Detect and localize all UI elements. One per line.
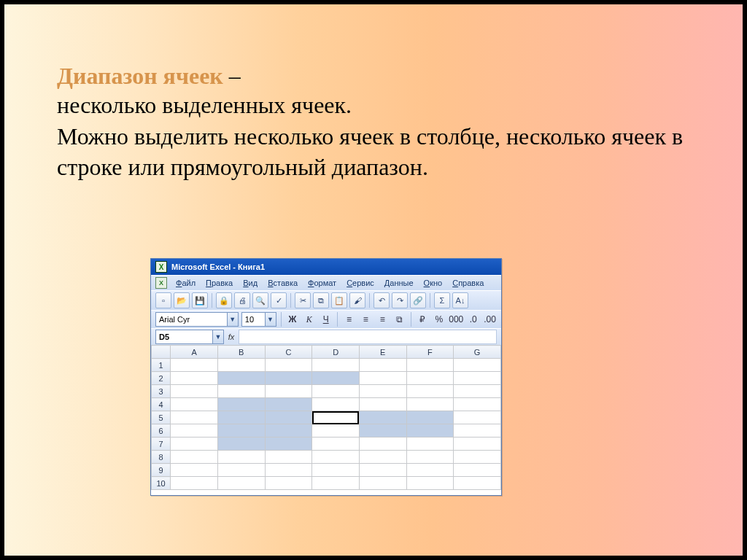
sum-icon[interactable]: Σ: [434, 292, 450, 308]
merge-cells-icon[interactable]: ⧉: [392, 312, 406, 327]
row-header[interactable]: 7: [152, 438, 171, 451]
row-header[interactable]: 5: [152, 411, 171, 424]
decrease-decimal-icon[interactable]: .00: [483, 312, 497, 327]
column-header[interactable]: E: [359, 346, 406, 359]
formula-input[interactable]: [239, 330, 497, 344]
cell[interactable]: [359, 411, 406, 424]
cell[interactable]: [454, 411, 501, 424]
print-icon[interactable]: 🖨: [234, 292, 250, 308]
cell[interactable]: [265, 385, 312, 398]
cell[interactable]: [171, 451, 218, 464]
fmtpaint-icon[interactable]: 🖌: [349, 292, 365, 308]
row-header[interactable]: 10: [152, 477, 171, 490]
column-header[interactable]: D: [312, 346, 360, 359]
redo-icon[interactable]: ↷: [392, 292, 408, 308]
cell[interactable]: [171, 438, 218, 451]
align-right-icon[interactable]: ≡: [376, 312, 390, 327]
cell[interactable]: [454, 424, 501, 438]
save-icon[interactable]: 💾: [192, 292, 208, 308]
menu-item[interactable]: Справка: [448, 277, 488, 289]
cell[interactable]: [171, 464, 218, 477]
cell[interactable]: [359, 438, 406, 451]
chevron-down-icon[interactable]: ▼: [265, 313, 276, 326]
cell[interactable]: [217, 398, 265, 411]
new-icon[interactable]: ▫: [155, 292, 171, 308]
align-center-icon[interactable]: ≡: [359, 312, 373, 327]
font-name-combo[interactable]: Arial Cyr ▼: [155, 312, 239, 327]
cell[interactable]: [359, 372, 406, 385]
cell[interactable]: [359, 385, 406, 398]
menu-item[interactable]: Вид: [239, 277, 262, 289]
cell[interactable]: [171, 411, 218, 424]
fx-icon[interactable]: fx: [224, 332, 239, 341]
cell[interactable]: [312, 359, 360, 372]
cell[interactable]: [454, 464, 501, 477]
link-icon[interactable]: 🔗: [410, 292, 426, 308]
cell[interactable]: [312, 411, 360, 424]
preview-icon[interactable]: 🔍: [252, 292, 268, 308]
cell[interactable]: [312, 398, 360, 411]
cell[interactable]: [171, 398, 218, 411]
cell[interactable]: [265, 477, 312, 490]
cell[interactable]: [265, 372, 312, 385]
cell[interactable]: [359, 359, 406, 372]
cell[interactable]: [312, 385, 360, 398]
menu-item[interactable]: Окно: [419, 277, 447, 289]
cell[interactable]: [217, 411, 265, 424]
underline-button[interactable]: Ч: [319, 312, 333, 327]
cell[interactable]: [312, 438, 360, 451]
cell[interactable]: [406, 398, 454, 411]
chevron-down-icon[interactable]: ▼: [227, 313, 238, 326]
cell[interactable]: [171, 372, 218, 385]
cell[interactable]: [217, 451, 265, 464]
name-box[interactable]: D5 ▼: [155, 330, 224, 344]
cell[interactable]: [359, 398, 406, 411]
cell[interactable]: [217, 372, 265, 385]
cell[interactable]: [217, 464, 265, 477]
spell-icon[interactable]: ✓: [271, 292, 287, 308]
spreadsheet-table[interactable]: ABCDEFG 12345678910: [151, 345, 501, 490]
cell[interactable]: [312, 451, 360, 464]
increase-decimal-icon[interactable]: .0: [466, 312, 480, 327]
undo-icon[interactable]: ↶: [374, 292, 390, 308]
row-header[interactable]: 4: [152, 398, 171, 411]
cell[interactable]: [454, 372, 501, 385]
cell[interactable]: [265, 464, 312, 477]
cut-icon[interactable]: ✂: [295, 292, 311, 308]
cell[interactable]: [359, 424, 406, 438]
cell[interactable]: [359, 477, 406, 490]
row-header[interactable]: 6: [152, 424, 171, 438]
menu-item[interactable]: Правка: [201, 277, 237, 289]
chevron-down-icon[interactable]: ▼: [212, 330, 223, 343]
cell[interactable]: [454, 438, 501, 451]
row-header[interactable]: 8: [152, 451, 171, 464]
cell[interactable]: [359, 451, 406, 464]
cell[interactable]: [359, 464, 406, 477]
column-header[interactable]: B: [217, 346, 265, 359]
cell[interactable]: [171, 477, 218, 490]
cell[interactable]: [454, 477, 501, 490]
cell[interactable]: [406, 372, 454, 385]
select-all-corner[interactable]: [152, 346, 171, 359]
cell[interactable]: [406, 424, 454, 438]
bold-button[interactable]: Ж: [286, 312, 300, 327]
cell[interactable]: [312, 424, 360, 438]
row-header[interactable]: 9: [152, 464, 171, 477]
column-header[interactable]: C: [265, 346, 312, 359]
menu-item[interactable]: Вставка: [263, 277, 302, 289]
cell[interactable]: [406, 385, 454, 398]
cell[interactable]: [217, 385, 265, 398]
cell[interactable]: [217, 477, 265, 490]
cell[interactable]: [217, 424, 265, 438]
percent-icon[interactable]: %: [432, 312, 446, 327]
row-header[interactable]: 1: [152, 359, 171, 372]
font-size-combo[interactable]: 10 ▼: [241, 312, 276, 327]
perm-icon[interactable]: 🔒: [216, 292, 232, 308]
thousands-icon[interactable]: 000: [449, 312, 463, 327]
cell[interactable]: [265, 438, 312, 451]
paste-icon[interactable]: 📋: [331, 292, 347, 308]
cell[interactable]: [171, 424, 218, 438]
cell[interactable]: [217, 438, 265, 451]
cell[interactable]: [265, 359, 312, 372]
align-left-icon[interactable]: ≡: [342, 312, 356, 327]
